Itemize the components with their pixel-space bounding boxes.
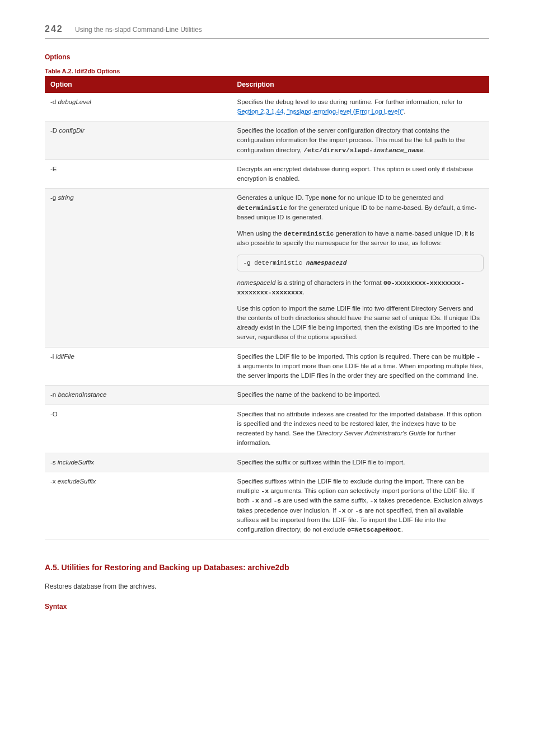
table-row: -D configDir Specifies the location of t… — [45, 121, 489, 160]
description-cell: Specifies the location of the server con… — [231, 121, 489, 160]
options-table: Option Description -d debugLevel Specifi… — [45, 76, 489, 540]
page-number: 242 — [45, 24, 63, 34]
option-cell: -E — [45, 159, 231, 189]
table-row: -g string Generates a unique ID. Type no… — [45, 189, 489, 347]
code-example: -g deterministic namespaceId — [237, 255, 484, 272]
option-cell: -x excludeSuffix — [45, 472, 231, 539]
description-cell: Specifies that no attribute indexes are … — [231, 405, 489, 453]
section-a5-title: A.5. Utilities for Restoring and Backing… — [45, 562, 489, 574]
option-cell: -i ldifFile — [45, 347, 231, 386]
description-cell: Decrypts an encrypted database during ex… — [231, 159, 489, 189]
table-row: -O Specifies that no attribute indexes a… — [45, 405, 489, 453]
option-cell: -O — [45, 405, 231, 453]
table-caption: Table A.2. ldif2db Options — [45, 67, 489, 76]
description-cell: Specifies suffixes within the LDIF file … — [231, 472, 489, 539]
description-cell: Specifies the name of the backend to be … — [231, 386, 489, 405]
description-cell: Generates a unique ID. Type none for no … — [231, 189, 489, 347]
description-cell: Specifies the suffix or suffixes within … — [231, 453, 489, 472]
section-link[interactable]: Section 2.3.1.44, "nsslapd-errorlog-leve… — [237, 108, 404, 115]
options-heading: Options — [45, 52, 489, 62]
table-row: -s includeSuffix Specifies the suffix or… — [45, 453, 489, 472]
table-row: -i ldifFile Specifies the LDIF file to b… — [45, 347, 489, 386]
col-description-header: Description — [231, 76, 489, 93]
table-row: -d debugLevel Specifies the debug level … — [45, 93, 489, 121]
option-cell: -n backendInstance — [45, 386, 231, 405]
option-cell: -g string — [45, 189, 231, 347]
section-a5-body: Restores database from the archives. — [45, 581, 489, 591]
option-cell: -D configDir — [45, 121, 231, 160]
description-cell: Specifies the LDIF file to be imported. … — [231, 347, 489, 386]
option-cell: -s includeSuffix — [45, 453, 231, 472]
description-cell: Specifies the debug level to use during … — [231, 93, 489, 121]
running-title: Using the ns-slapd Command-Line Utilitie… — [75, 26, 202, 34]
col-option-header: Option — [45, 76, 231, 93]
table-row: -n backendInstance Specifies the name of… — [45, 386, 489, 405]
table-row: -E Decrypts an encrypted database during… — [45, 159, 489, 189]
page-header: 242 Using the ns-slapd Command-Line Util… — [45, 22, 489, 39]
option-cell: -d debugLevel — [45, 93, 231, 121]
table-row: -x excludeSuffix Specifies suffixes with… — [45, 472, 489, 539]
syntax-heading: Syntax — [45, 602, 489, 612]
